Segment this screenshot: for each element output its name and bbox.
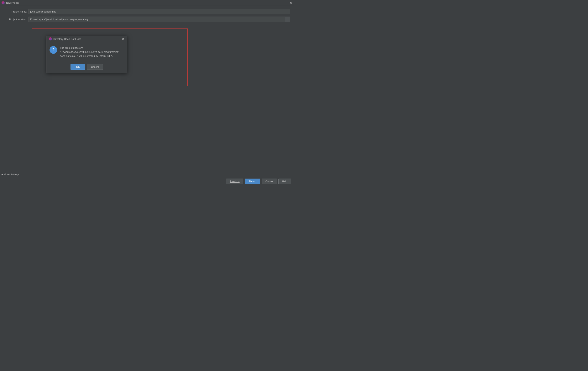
help-button[interactable]: Help bbox=[278, 179, 291, 184]
more-settings-section[interactable]: ▶ More Settings bbox=[1, 173, 19, 176]
bottom-toolbar: Previous Finish Cancel Help bbox=[0, 177, 294, 186]
finish-button[interactable]: Finish bbox=[245, 179, 260, 184]
question-icon: ? bbox=[50, 46, 57, 54]
browse-button[interactable]: ... bbox=[285, 17, 290, 22]
dialog-footer: OK Cancel bbox=[46, 62, 127, 73]
project-location-row: Project location: ... bbox=[4, 17, 290, 22]
dialog-logo-icon bbox=[49, 37, 52, 41]
directory-not-exist-dialog: Directory Does Not Exist ✕ ? The project… bbox=[46, 36, 127, 73]
window-close-button[interactable]: ✕ bbox=[289, 1, 293, 4]
dialog-message: The project directory "D:\workspace\java… bbox=[60, 46, 124, 58]
project-name-label: Project name: bbox=[4, 10, 27, 13]
dialog-close-button[interactable]: ✕ bbox=[122, 37, 125, 41]
dialog-body: ? The project directory "D:\workspace\ja… bbox=[46, 42, 127, 62]
window-title: New Project bbox=[6, 1, 19, 4]
more-settings-chevron-icon: ▶ bbox=[1, 173, 3, 175]
previous-button[interactable]: Previous bbox=[226, 179, 243, 184]
project-location-label: Project location: bbox=[4, 18, 27, 21]
dialog-titlebar: Directory Does Not Exist ✕ bbox=[46, 36, 127, 42]
title-bar: New Project ✕ bbox=[0, 0, 294, 6]
main-content: Project name: Project location: ... bbox=[0, 6, 294, 27]
intellij-logo-icon bbox=[1, 1, 5, 4]
title-bar-left: New Project bbox=[1, 1, 19, 4]
dialog-title-text: Directory Does Not Exist bbox=[53, 38, 81, 41]
dialog-cancel-button[interactable]: Cancel bbox=[87, 64, 103, 70]
more-settings-label: More Settings bbox=[4, 173, 19, 176]
project-name-row: Project name: bbox=[4, 9, 290, 14]
project-name-input[interactable] bbox=[29, 9, 290, 14]
dialog-ok-button[interactable]: OK bbox=[71, 64, 85, 70]
project-location-input[interactable] bbox=[29, 17, 285, 22]
dialog-title-left: Directory Does Not Exist bbox=[49, 37, 81, 41]
cancel-button[interactable]: Cancel bbox=[262, 179, 277, 184]
project-location-field-group: ... bbox=[29, 17, 290, 22]
